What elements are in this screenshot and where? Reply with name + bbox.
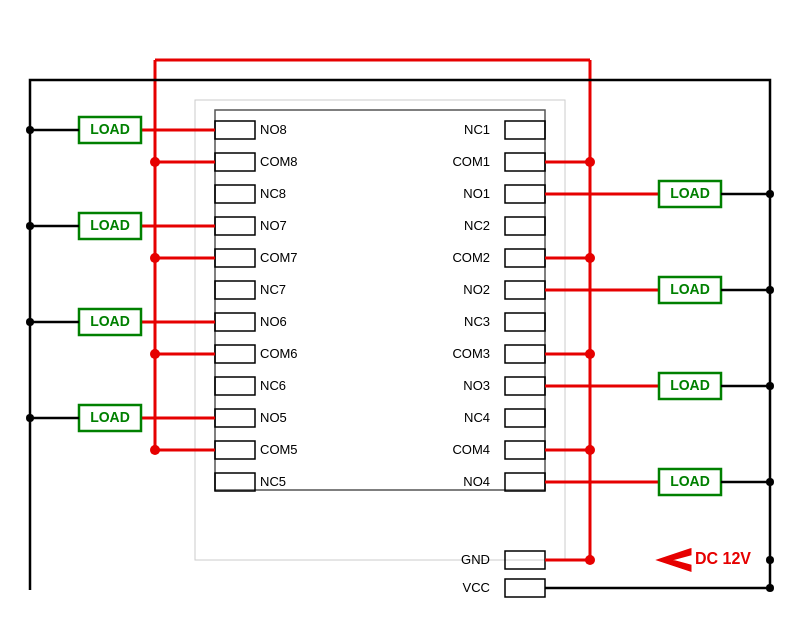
diagram-canvas xyxy=(0,0,800,631)
